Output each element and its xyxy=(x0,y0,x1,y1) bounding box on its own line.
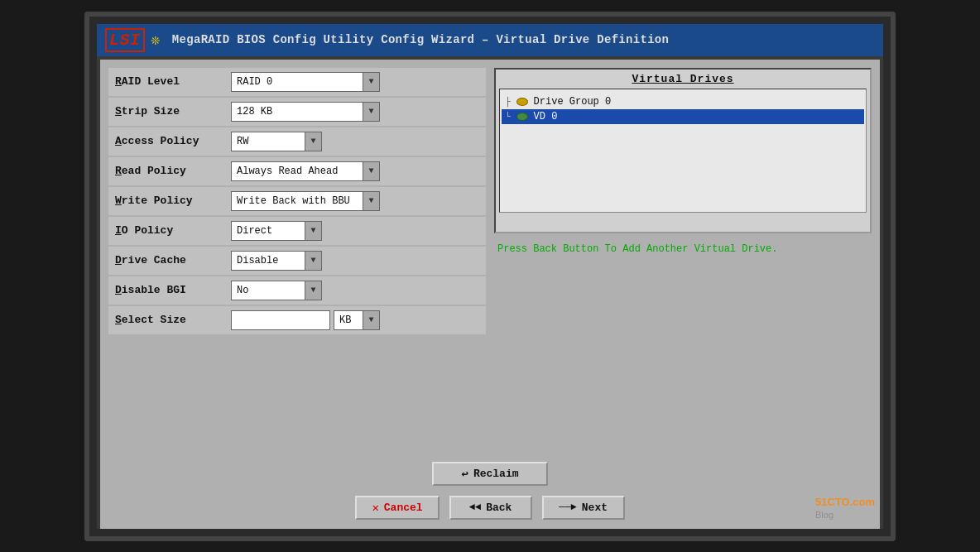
tree-connector-1: ├ xyxy=(505,97,511,107)
size-unit-value: KB xyxy=(334,313,363,328)
strip-size-dropdown[interactable]: 128 KB ▼ xyxy=(231,102,380,122)
io-policy-value: Direct xyxy=(232,223,305,238)
lsi-decoration: ❊ xyxy=(151,31,161,49)
access-policy-value: RW xyxy=(232,134,305,149)
drive-cache-row: Drive Cache Disable ▼ xyxy=(108,247,486,275)
back-button[interactable]: ◄◄ Back xyxy=(449,496,532,520)
screen: LSI ❊ MegaRAID BIOS Config Utility Confi… xyxy=(97,24,883,529)
read-policy-dropdown[interactable]: Always Read Ahead ▼ xyxy=(231,161,380,181)
cancel-button[interactable]: ✕ Cancel xyxy=(355,496,439,520)
back-label: Back xyxy=(486,502,512,514)
disable-bgi-row: Disable BGI No ▼ xyxy=(108,276,486,305)
virtual-drives-title: Virtual Drives xyxy=(499,73,867,85)
write-policy-row: Write Policy Write Back with BBU ▼ xyxy=(108,187,486,215)
window-title: MegaRAID BIOS Config Utility Config Wiza… xyxy=(172,33,669,46)
disk-icon-yellow xyxy=(516,98,528,106)
io-policy-dropdown[interactable]: Direct ▼ xyxy=(231,221,322,241)
access-policy-label: Access Policy xyxy=(115,135,223,147)
lsi-logo: LSI ❊ xyxy=(105,28,164,52)
watermark-blog: Blog xyxy=(815,508,875,521)
reclaim-label: Reclaim xyxy=(473,468,519,480)
drive-cache-arrow[interactable]: ▼ xyxy=(305,252,321,270)
vd-label: VD 0 xyxy=(534,111,558,122)
reclaim-button[interactable]: ↩ Reclaim xyxy=(432,462,548,486)
disk-icon-green xyxy=(516,113,528,121)
tree-area: ├ Drive Group 0 └ VD 0 xyxy=(499,89,867,213)
nav-buttons-row: ✕ Cancel ◄◄ Back ──► Next xyxy=(108,496,872,520)
watermark-site: 51CTO.com xyxy=(815,496,875,508)
raid-level-value: RAID 0 xyxy=(232,74,363,89)
select-size-row: Select Size KB ▼ xyxy=(108,306,486,334)
cancel-icon: ✕ xyxy=(372,501,378,515)
write-policy-dropdown[interactable]: Write Back with BBU ▼ xyxy=(231,191,380,211)
strip-size-value: 128 KB xyxy=(232,104,363,119)
raid-level-row: RAID Level RAID 0 ▼ xyxy=(108,68,486,96)
right-panel: Virtual Drives ├ Drive Group 0 └ xyxy=(494,68,872,457)
disable-bgi-dropdown[interactable]: No ▼ xyxy=(231,281,322,300)
access-policy-arrow[interactable]: ▼ xyxy=(305,132,321,151)
drive-group-label: Drive Group 0 xyxy=(534,96,612,108)
virtual-drives-section: Virtual Drives ├ Drive Group 0 └ xyxy=(494,68,872,233)
left-panel: RAID Level RAID 0 ▼ Strip Size 1 xyxy=(108,68,486,457)
lsi-text: LSI xyxy=(105,28,145,52)
write-policy-value: Write Back with BBU xyxy=(232,194,363,209)
next-label: Next xyxy=(582,502,608,514)
raid-level-label: RAID Level xyxy=(115,75,223,88)
disable-bgi-value: No xyxy=(232,283,305,298)
raid-level-dropdown[interactable]: RAID 0 ▼ xyxy=(231,72,380,92)
next-icon: ──► xyxy=(559,502,577,513)
tree-connector-2: └ xyxy=(505,112,511,122)
strip-size-arrow[interactable]: ▼ xyxy=(363,103,379,121)
bottom-buttons: ↩ Reclaim ✕ Cancel ◄◄ Back ──► N xyxy=(108,457,872,521)
next-button[interactable]: ──► Next xyxy=(542,496,625,520)
read-policy-label: Read Policy xyxy=(115,165,223,177)
main-content: RAID Level RAID 0 ▼ Strip Size 1 xyxy=(100,60,880,529)
select-size-input[interactable] xyxy=(231,310,330,330)
disable-bgi-label: Disable BGI xyxy=(115,284,223,296)
strip-size-label: Strip Size xyxy=(115,105,223,118)
io-policy-row: IO Policy Direct ▼ xyxy=(108,217,486,245)
size-unit-arrow[interactable]: ▼ xyxy=(363,311,379,329)
read-policy-row: Read Policy Always Read Ahead ▼ xyxy=(108,157,486,185)
disable-bgi-arrow[interactable]: ▼ xyxy=(305,281,321,300)
read-policy-arrow[interactable]: ▼ xyxy=(363,162,379,180)
read-policy-value: Always Read Ahead xyxy=(232,164,363,179)
watermark: 51CTO.com Blog xyxy=(815,496,875,521)
raid-level-arrow[interactable]: ▼ xyxy=(363,73,379,91)
monitor-frame: LSI ❊ MegaRAID BIOS Config Utility Confi… xyxy=(84,12,896,541)
write-policy-arrow[interactable]: ▼ xyxy=(363,192,379,210)
io-policy-arrow[interactable]: ▼ xyxy=(305,222,321,240)
drive-cache-dropdown[interactable]: Disable ▼ xyxy=(231,251,322,271)
drive-cache-value: Disable xyxy=(232,253,305,268)
title-bar: LSI ❊ MegaRAID BIOS Config Utility Confi… xyxy=(97,24,883,56)
size-unit-dropdown[interactable]: KB ▼ xyxy=(334,310,380,330)
reclaim-icon: ↩ xyxy=(461,467,468,481)
cancel-label: Cancel xyxy=(384,502,423,514)
drive-cache-label: Drive Cache xyxy=(115,254,223,266)
content-area: RAID Level RAID 0 ▼ Strip Size 1 xyxy=(108,68,872,457)
select-size-wrap: KB ▼ xyxy=(231,310,380,330)
io-policy-label: IO Policy xyxy=(115,224,223,237)
vd-item[interactable]: └ VD 0 xyxy=(502,109,864,124)
back-icon: ◄◄ xyxy=(469,502,481,513)
drive-group-item: ├ Drive Group 0 xyxy=(505,94,861,109)
select-size-label: Select Size xyxy=(115,314,223,326)
reclaim-row: ↩ Reclaim xyxy=(108,462,872,486)
access-policy-dropdown[interactable]: RW ▼ xyxy=(231,132,322,151)
write-policy-label: Write Policy xyxy=(115,194,223,207)
access-policy-row: Access Policy RW ▼ xyxy=(108,127,486,156)
press-back-message: Press Back Button To Add Another Virtual… xyxy=(494,240,872,258)
strip-size-row: Strip Size 128 KB ▼ xyxy=(108,98,486,126)
